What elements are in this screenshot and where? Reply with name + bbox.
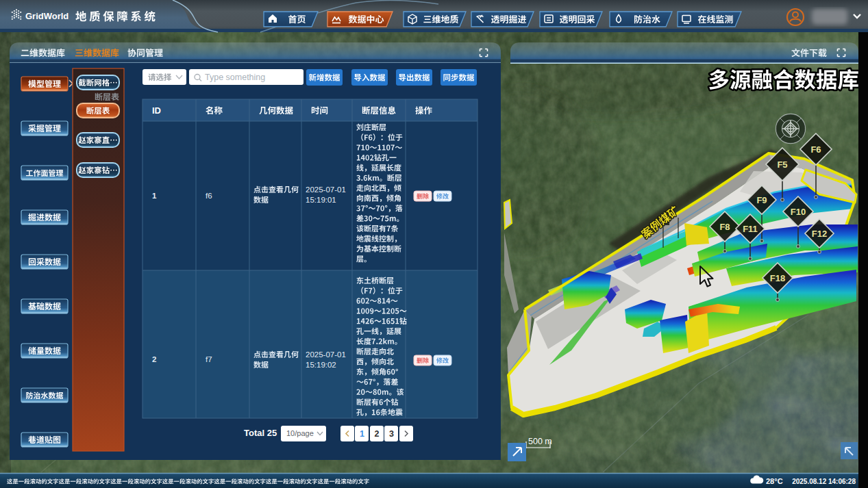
svg-text:Type something: Type something xyxy=(205,73,265,82)
svg-text:500 m: 500 m xyxy=(528,437,552,446)
svg-text:28°C: 28°C xyxy=(766,477,783,485)
svg-text:10/page: 10/page xyxy=(286,429,314,437)
svg-text:F6: F6 xyxy=(810,144,821,155)
svg-text:F8: F8 xyxy=(719,222,730,232)
svg-text:ID: ID xyxy=(152,105,161,116)
svg-text:GridWorld: GridWorld xyxy=(25,11,69,21)
svg-text:F9: F9 xyxy=(756,195,767,205)
svg-text:f6: f6 xyxy=(206,192,212,200)
svg-text:2025.08.12 14:06:28: 2025.08.12 14:06:28 xyxy=(792,478,856,485)
svg-text:2: 2 xyxy=(152,355,156,363)
svg-text:15:19:02: 15:19:02 xyxy=(306,361,336,369)
svg-text:F12: F12 xyxy=(812,229,827,239)
svg-text:2025-07-01: 2025-07-01 xyxy=(306,350,346,359)
svg-text:F5: F5 xyxy=(777,159,787,170)
svg-text:1: 1 xyxy=(152,192,157,200)
svg-text:Total 25: Total 25 xyxy=(244,428,277,438)
svg-text:F18: F18 xyxy=(770,273,785,283)
svg-text:2: 2 xyxy=(375,429,380,439)
svg-text:1: 1 xyxy=(360,429,364,439)
svg-text:f7: f7 xyxy=(206,355,212,363)
svg-text:3: 3 xyxy=(389,429,394,439)
svg-text:2025-07-01: 2025-07-01 xyxy=(306,185,346,194)
svg-text:F11: F11 xyxy=(743,224,758,234)
svg-text:15:19:01: 15:19:01 xyxy=(306,196,336,204)
svg-text:F10: F10 xyxy=(791,207,806,217)
